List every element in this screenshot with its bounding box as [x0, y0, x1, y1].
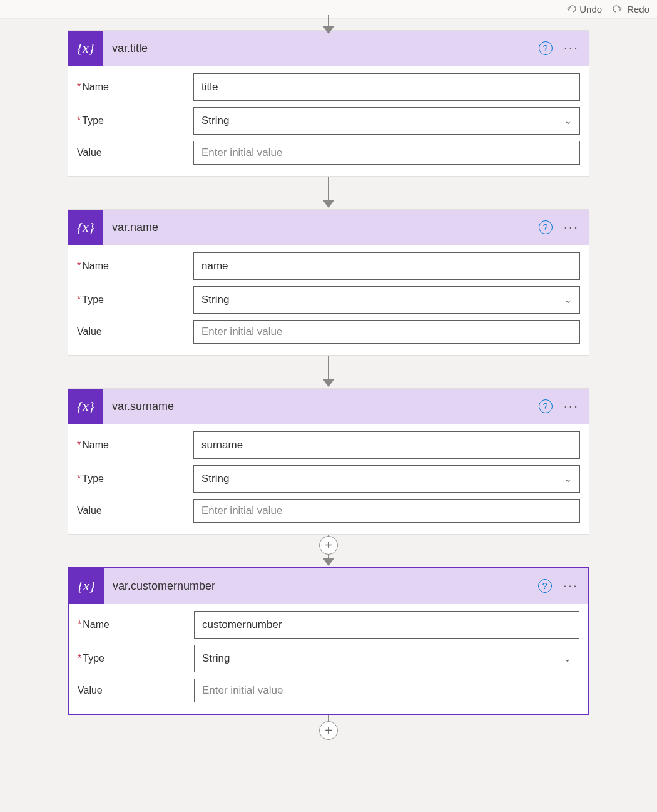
help-button[interactable]: ? — [538, 579, 552, 593]
type-select[interactable]: String ⌄ — [194, 645, 579, 672]
type-select[interactable]: String ⌄ — [193, 465, 580, 493]
chevron-down-icon: ⌄ — [564, 474, 572, 484]
action-card-var-surname[interactable]: {x} var.surname ? ··· *Name *Type String… — [68, 388, 589, 535]
redo-button[interactable]: Redo — [613, 4, 649, 14]
value-input[interactable] — [194, 679, 579, 702]
name-input[interactable] — [193, 73, 580, 101]
variable-icon: {x} — [69, 568, 104, 604]
type-value: String — [201, 294, 229, 306]
arrow-line-icon — [328, 15, 329, 28]
card-title: var.title — [103, 42, 539, 55]
arrow-head-icon — [323, 200, 334, 208]
chevron-down-icon: ⌄ — [564, 295, 572, 305]
name-input[interactable] — [194, 611, 579, 639]
type-value: String — [201, 115, 229, 127]
type-label: *Type — [77, 115, 193, 126]
name-label: *Name — [78, 619, 194, 630]
type-select[interactable]: String ⌄ — [193, 107, 580, 135]
card-title: var.surname — [103, 400, 539, 413]
name-label: *Name — [77, 439, 193, 451]
help-button[interactable]: ? — [539, 399, 553, 413]
chevron-down-icon: ⌄ — [564, 654, 571, 664]
variable-icon: {x} — [68, 389, 103, 424]
card-body: *Name *Type String ⌄ Value — [68, 66, 589, 176]
value-input[interactable] — [193, 141, 580, 165]
add-action-button[interactable]: + — [319, 536, 338, 555]
arrow-head-icon — [323, 26, 334, 34]
value-input[interactable] — [193, 499, 580, 523]
value-label: Value — [77, 505, 193, 516]
value-label: Value — [77, 326, 193, 337]
type-value: String — [201, 473, 229, 485]
flow-canvas: {x} var.title ? ··· *Name *Type String ⌄ — [0, 19, 657, 743]
card-header[interactable]: {x} var.customernumber ? ··· — [69, 568, 588, 604]
undo-icon — [566, 4, 576, 14]
help-button[interactable]: ? — [539, 41, 553, 55]
redo-icon — [613, 4, 623, 14]
more-button[interactable]: ··· — [564, 224, 579, 230]
more-button[interactable]: ··· — [563, 583, 578, 589]
arrow-head-icon — [323, 379, 334, 387]
more-button[interactable]: ··· — [564, 403, 579, 409]
type-label: *Type — [77, 294, 193, 306]
card-body: *Name *Type String ⌄ Value — [69, 604, 588, 714]
type-value: String — [202, 652, 230, 665]
value-input[interactable] — [193, 320, 580, 344]
arrow-line-icon — [328, 177, 329, 200]
name-label: *Name — [77, 260, 193, 272]
type-select[interactable]: String ⌄ — [193, 286, 580, 314]
name-input[interactable] — [193, 431, 580, 459]
name-input[interactable] — [193, 252, 580, 280]
card-title: var.customernumber — [104, 580, 538, 593]
card-header[interactable]: {x} var.name ? ··· — [68, 210, 589, 245]
type-label: *Type — [78, 653, 194, 664]
action-card-var-title[interactable]: {x} var.title ? ··· *Name *Type String ⌄ — [68, 30, 589, 177]
type-label: *Type — [77, 473, 193, 485]
arrow-head-icon — [323, 558, 334, 566]
card-header[interactable]: {x} var.surname ? ··· — [68, 389, 589, 424]
action-card-var-customernumber[interactable]: {x} var.customernumber ? ··· *Name *Type… — [68, 567, 589, 715]
add-action-button[interactable]: + — [319, 721, 338, 740]
card-body: *Name *Type String ⌄ Value — [68, 424, 589, 534]
card-body: *Name *Type String ⌄ Value — [68, 245, 589, 355]
help-button[interactable]: ? — [539, 220, 553, 234]
variable-icon: {x} — [68, 210, 103, 245]
redo-label: Redo — [627, 4, 649, 14]
variable-icon: {x} — [68, 31, 103, 66]
undo-button[interactable]: Undo — [566, 4, 602, 14]
chevron-down-icon: ⌄ — [564, 116, 572, 126]
card-header[interactable]: {x} var.title ? ··· — [68, 31, 589, 66]
card-title: var.name — [103, 221, 539, 234]
value-label: Value — [78, 685, 194, 696]
name-label: *Name — [77, 81, 193, 93]
arrow-line-icon — [328, 356, 329, 379]
action-card-var-name[interactable]: {x} var.name ? ··· *Name *Type String ⌄ — [68, 209, 589, 356]
more-button[interactable]: ··· — [564, 45, 579, 51]
value-label: Value — [77, 147, 193, 158]
undo-label: Undo — [579, 4, 602, 14]
